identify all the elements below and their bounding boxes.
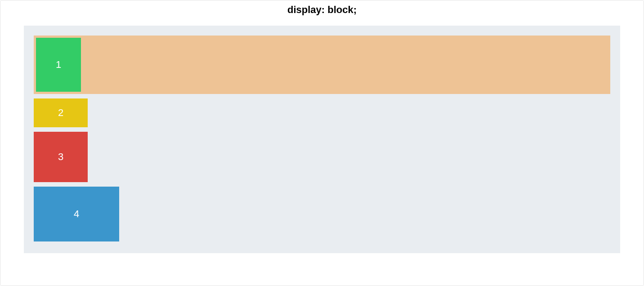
box-2-label: 2 (58, 107, 63, 119)
box-4-label: 4 (74, 208, 79, 220)
box-3-label: 3 (58, 151, 63, 163)
box-1: 1 (36, 38, 81, 92)
block-highlight-wrapper: 1 (34, 36, 610, 94)
box-2: 2 (34, 98, 88, 127)
diagram-title: display: block; (0, 4, 644, 16)
diagram-frame: display: block; 1 2 3 4 (0, 0, 644, 286)
demo-container: 1 2 3 4 (24, 26, 620, 253)
box-4: 4 (34, 187, 119, 241)
box-3: 3 (34, 132, 88, 182)
box-1-label: 1 (56, 59, 61, 71)
